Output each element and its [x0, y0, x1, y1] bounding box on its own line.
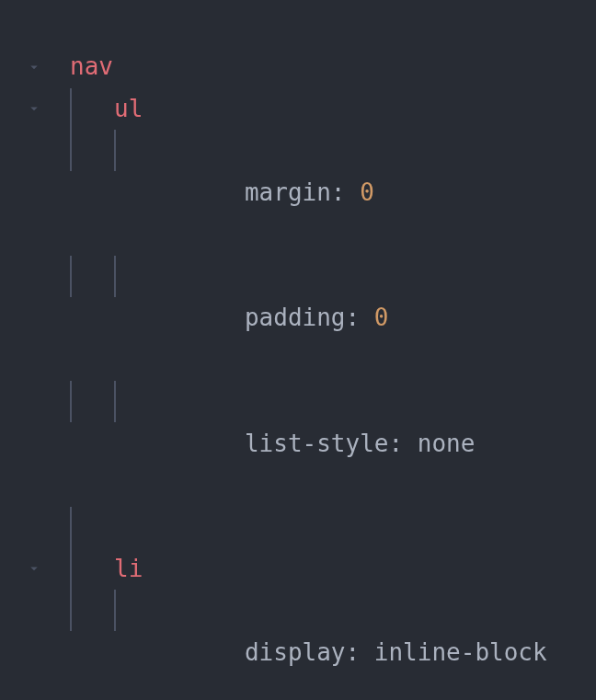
code-line: padding: 0 — [26, 256, 596, 382]
chevron-down-icon[interactable] — [26, 685, 141, 700]
colon: : — [388, 430, 417, 457]
value-zero: 0 — [374, 304, 389, 331]
code-block: nav ul margin: 0 — [26, 46, 596, 700]
colon: : — [331, 178, 360, 206]
property-padding: padding — [245, 304, 346, 331]
colon: : — [346, 304, 374, 331]
selector-ul: ul — [114, 88, 143, 131]
property-display: display — [245, 638, 346, 666]
property-margin: margin — [245, 178, 331, 206]
colon: : — [346, 638, 374, 666]
code-line: li — [26, 548, 596, 591]
selector-li: li — [114, 548, 143, 591]
fold-gutter[interactable] — [26, 88, 70, 130]
value-inline-block: inline-block — [374, 638, 547, 666]
blank-line — [26, 507, 596, 548]
value-none: none — [418, 430, 476, 457]
value-zero: 0 — [360, 178, 374, 206]
property-list-style: list-style — [245, 430, 389, 457]
fold-gutter[interactable] — [26, 548, 70, 590]
code-line: ul — [26, 88, 596, 131]
